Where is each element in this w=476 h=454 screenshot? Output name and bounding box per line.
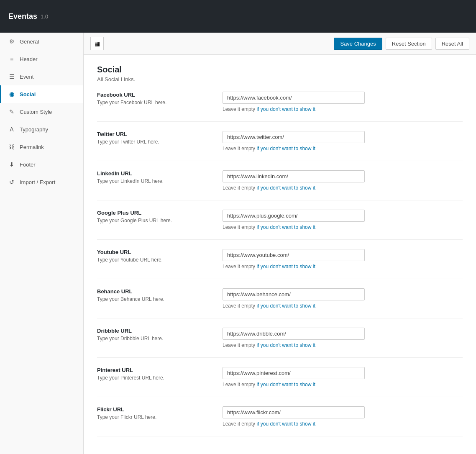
hint-twitter: Leave it empty if you don't want to show… [223, 146, 463, 151]
content-area: Social All Social Links. Facebook URL Ty… [84, 55, 476, 446]
hint-youtube: Leave it empty if you don't want to show… [223, 264, 463, 269]
field-label-pinterest: Pinterest URL [97, 367, 206, 373]
header-icon: ≡ [8, 55, 15, 63]
sidebar-item-general[interactable]: ⚙General [0, 33, 83, 50]
top-bar: Eventas 1.0 [0, 0, 476, 33]
input-google-plus[interactable] [223, 210, 365, 222]
field-desc-twitter: Type your Twitter URL here. [97, 139, 206, 145]
hint-linkedin: Leave it empty if you don't want to show… [223, 185, 463, 191]
field-desc-dribbble: Type your Dribbble URL here. [97, 336, 206, 341]
field-label-google-plus: Google Plus URL [97, 210, 206, 216]
field-label-youtube: Youtube URL [97, 249, 206, 255]
control-col-google-plus: Leave it empty if you don't want to show… [223, 210, 463, 230]
sidebar: ⚙General≡Header☰Event◉Social✎Custom Styl… [0, 33, 84, 454]
field-desc-pinterest: Type your Pinterest URL here. [97, 375, 206, 381]
control-col-youtube: Leave it empty if you don't want to show… [223, 249, 463, 269]
field-desc-facebook: Type your Facebook URL here. [97, 100, 206, 105]
field-label-flickr: Flickr URL [97, 406, 206, 413]
sidebar-label-import-export: Import / Export [20, 179, 55, 185]
label-col-facebook: Facebook URL Type your Facebook URL here… [97, 92, 206, 105]
input-behance[interactable] [223, 288, 365, 300]
form-row-pinterest: Pinterest URL Type your Pinterest URL he… [97, 358, 463, 397]
sidebar-item-permalink[interactable]: ⛓Permalink [0, 138, 83, 156]
hint-link-twitter: if you don't want to show it [256, 146, 315, 151]
form-row-flickr: Flickr URL Type your Flickr URL here. Le… [97, 397, 463, 436]
input-dribbble[interactable] [223, 328, 365, 340]
hint-facebook: Leave it empty if you don't want to show… [223, 106, 463, 112]
section-subtitle: All Social Links. [97, 76, 463, 82]
control-col-facebook: Leave it empty if you don't want to show… [223, 92, 463, 112]
toolbar: ▦ Save Changes Reset Section Reset All [84, 33, 476, 55]
main-content: ▦ Save Changes Reset Section Reset All S… [84, 33, 476, 454]
form-row-behance: Behance URL Type your Behance URL here. … [97, 279, 463, 318]
permalink-icon: ⛓ [8, 143, 15, 151]
grid-icon: ▦ [95, 40, 100, 47]
field-desc-linkedin: Type your LinkedIn URL here. [97, 178, 206, 184]
reset-section-button[interactable]: Reset Section [386, 38, 432, 50]
layout: ⚙General≡Header☰Event◉Social✎Custom Styl… [0, 33, 476, 454]
sidebar-label-custom-style: Custom Style [20, 109, 52, 115]
control-col-dribbble: Leave it empty if you don't want to show… [223, 328, 463, 348]
sidebar-item-social[interactable]: ◉Social [0, 85, 83, 103]
sidebar-label-header: Header [20, 56, 38, 62]
sidebar-label-general: General [20, 38, 39, 45]
label-col-pinterest: Pinterest URL Type your Pinterest URL he… [97, 367, 206, 381]
field-label-facebook: Facebook URL [97, 92, 206, 98]
label-col-google-plus: Google Plus URL Type your Google Plus UR… [97, 210, 206, 223]
hint-link-google-plus: if you don't want to show it [256, 224, 315, 230]
hint-link-facebook: if you don't want to show it [256, 106, 315, 112]
hint-link-linkedin: if you don't want to show it [256, 185, 315, 191]
control-col-linkedin: Leave it empty if you don't want to show… [223, 170, 463, 191]
label-col-youtube: Youtube URL Type your Youtube URL here. [97, 249, 206, 263]
field-desc-google-plus: Type your Google Plus URL here. [97, 218, 206, 223]
save-changes-button[interactable]: Save Changes [334, 38, 382, 50]
typography-icon: A [8, 126, 15, 133]
input-facebook[interactable] [223, 92, 365, 104]
sidebar-item-import-export[interactable]: ↺Import / Export [0, 173, 83, 191]
control-col-behance: Leave it empty if you don't want to show… [223, 288, 463, 309]
field-label-twitter: Twitter URL [97, 131, 206, 137]
section-title: Social [97, 65, 463, 74]
field-label-behance: Behance URL [97, 288, 206, 295]
reset-all-button[interactable]: Reset All [435, 38, 469, 50]
sidebar-label-typography: Typography [20, 126, 48, 133]
form-row-youtube: Youtube URL Type your Youtube URL here. … [97, 240, 463, 279]
field-label-linkedin: LinkedIn URL [97, 170, 206, 177]
input-flickr[interactable] [223, 406, 365, 418]
sidebar-item-header[interactable]: ≡Header [0, 50, 83, 68]
event-icon: ☰ [8, 73, 15, 80]
label-col-dribbble: Dribbble URL Type your Dribbble URL here… [97, 328, 206, 341]
hint-google-plus: Leave it empty if you don't want to show… [223, 224, 463, 230]
footer-icon: ⬇ [8, 161, 15, 168]
grid-view-button[interactable]: ▦ [90, 37, 104, 50]
app-version: 1.0 [41, 13, 48, 20]
sidebar-item-footer[interactable]: ⬇Footer [0, 156, 83, 173]
hint-link-pinterest: if you don't want to show it [256, 382, 315, 387]
sidebar-label-social: Social [20, 91, 36, 97]
sidebar-item-event[interactable]: ☰Event [0, 68, 83, 85]
control-col-flickr: Leave it empty if you don't want to show… [223, 406, 463, 427]
field-label-dribbble: Dribbble URL [97, 328, 206, 334]
input-twitter[interactable] [223, 131, 365, 143]
hint-pinterest: Leave it empty if you don't want to show… [223, 382, 463, 387]
form-row-linkedin: LinkedIn URL Type your LinkedIn URL here… [97, 161, 463, 200]
label-col-twitter: Twitter URL Type your Twitter URL here. [97, 131, 206, 145]
form-row-dribbble: Dribbble URL Type your Dribbble URL here… [97, 318, 463, 358]
sidebar-item-typography[interactable]: ATypography [0, 121, 83, 138]
general-icon: ⚙ [8, 38, 15, 45]
input-youtube[interactable] [223, 249, 365, 261]
hint-behance: Leave it empty if you don't want to show… [223, 303, 463, 309]
input-linkedin[interactable] [223, 170, 365, 182]
sidebar-item-custom-style[interactable]: ✎Custom Style [0, 103, 83, 121]
field-desc-behance: Type your Behance URL here. [97, 296, 206, 302]
form-rows: Facebook URL Type your Facebook URL here… [97, 82, 463, 436]
hint-link-dribbble: if you don't want to show it [256, 342, 315, 348]
hint-dribbble: Leave it empty if you don't want to show… [223, 342, 463, 348]
custom-style-icon: ✎ [8, 108, 15, 115]
input-pinterest[interactable] [223, 367, 365, 379]
control-col-pinterest: Leave it empty if you don't want to show… [223, 367, 463, 387]
form-row-google-plus: Google Plus URL Type your Google Plus UR… [97, 200, 463, 240]
import-export-icon: ↺ [8, 178, 15, 186]
hint-link-flickr: if you don't want to show it [256, 421, 315, 427]
field-desc-youtube: Type your Youtube URL here. [97, 257, 206, 263]
